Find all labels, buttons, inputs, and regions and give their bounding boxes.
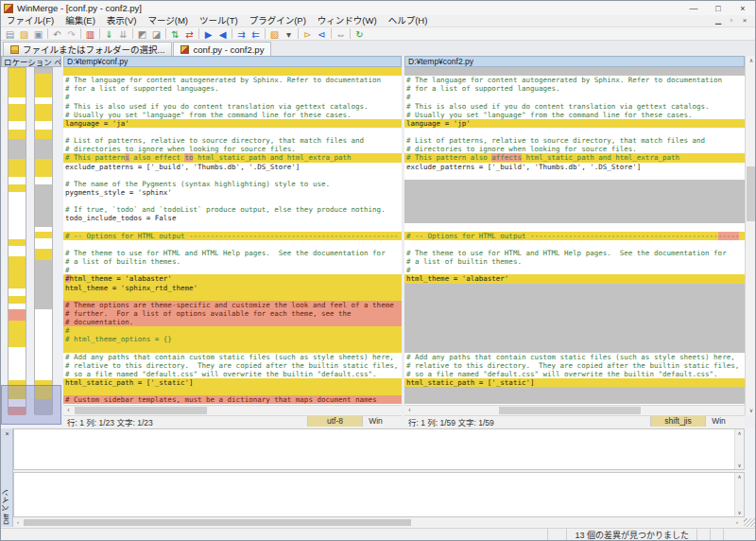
prev-diff-icon[interactable]: ◀ — [215, 27, 230, 40]
close-button[interactable]: × — [730, 2, 755, 15]
code-line: # The theme to use for HTML and HTML Hel… — [404, 249, 745, 257]
app-icon — [4, 4, 13, 13]
scroll-down-icon[interactable]: ∨ — [735, 462, 744, 469]
code-line — [63, 197, 402, 205]
menu-item-1[interactable]: ファイル(F) — [1, 15, 60, 26]
location-bar-segment — [9, 130, 26, 139]
left-pane-status-bar: 行: 1 列: 1/23 文字: 1/23 utf-8 Win — [63, 415, 402, 427]
code-line: # The theme to use for HTML and HTML Hel… — [63, 249, 402, 257]
scroll-up-icon[interactable]: ∧ — [746, 56, 756, 65]
location-bar-left[interactable] — [8, 67, 26, 414]
left-horizontal-scrollbar[interactable]: ‹ — [63, 405, 402, 415]
menu-item-7[interactable]: ウィンドウ(W) — [312, 15, 383, 26]
location-bar-segment — [35, 177, 52, 184]
menu-item-2[interactable]: 編集(E) — [60, 15, 101, 26]
compare-area: ロケーション ペイン × D:¥temp¥conf.py # The langu… — [1, 56, 756, 427]
menu-item-6[interactable]: プラグイン(P) — [244, 15, 312, 26]
menu-item-3[interactable]: 表示(V) — [101, 15, 143, 26]
left-code-area[interactable]: # The language for content autogenerated… — [63, 67, 402, 405]
new-file-icon[interactable]: ▤ — [3, 27, 17, 40]
diff-content-top[interactable]: ∧ ∨ — [13, 428, 745, 470]
winmerge-doc-icon — [180, 45, 189, 54]
diff-bottom-scrollbar[interactable]: ∧ ∨ — [734, 473, 744, 516]
viewport-indicator[interactable] — [1, 385, 61, 425]
tab-file-compare[interactable]: conf.py - conf2.py — [173, 42, 271, 56]
diff-pane-close-icon[interactable]: × — [2, 429, 12, 439]
encoding-badge[interactable]: utf-8 — [307, 416, 362, 427]
swap-panes-icon[interactable]: ⇔ — [334, 27, 348, 40]
select-right-icon[interactable]: ◪ — [149, 27, 163, 40]
right-code-area[interactable]: # The language for content autogenerated… — [404, 67, 745, 405]
code-line: # This patterns also effect to html_stat… — [63, 153, 402, 162]
scroll-left-icon[interactable]: ‹ — [63, 406, 74, 415]
scrollbar-thumb[interactable] — [75, 407, 207, 414]
menu-item-8[interactable]: ヘルプ(H) — [383, 15, 434, 26]
merge-mode-icon[interactable]: ⇄ — [182, 27, 197, 40]
code-line: # Add any paths that contain custom stat… — [63, 353, 402, 361]
plugin-menu-icon[interactable]: ▾ — [282, 27, 296, 40]
scroll-down-icon[interactable]: ∨ — [735, 509, 744, 516]
copy-right-icon[interactable]: ⊳ — [301, 27, 315, 40]
save-icon[interactable]: ▣ — [31, 27, 45, 40]
code-line — [404, 387, 745, 395]
options-icon[interactable]: ▥ — [83, 27, 97, 40]
undo-icon[interactable]: ↶ — [50, 27, 64, 40]
refresh-files-icon[interactable]: ⇓ — [102, 27, 116, 40]
scrollbar-thumb[interactable] — [24, 519, 411, 526]
scroll-up-icon[interactable]: ∧ — [735, 473, 744, 480]
mdi-restore-button[interactable]: ▫ — [725, 15, 738, 26]
menu-item-5[interactable]: ツール(T) — [194, 15, 244, 26]
scrollbar-thumb[interactable] — [747, 166, 756, 221]
eol-badge[interactable]: Win — [362, 416, 388, 427]
code-line — [404, 180, 745, 188]
encoding-badge[interactable]: shift_jis — [650, 416, 705, 427]
code-line — [404, 171, 745, 180]
menu-item-4[interactable]: マージ(M) — [142, 15, 194, 26]
maximize-button[interactable]: □ — [706, 2, 730, 15]
diff-pane-tab[interactable]: × Diff ペイン — [1, 428, 13, 527]
scroll-left-icon[interactable]: ‹ — [13, 518, 23, 527]
code-line: # The language for content autogenerated… — [63, 76, 402, 84]
eol-badge[interactable]: Win — [705, 416, 731, 427]
right-pane-status-bar: 行: 1 列: 1/59 文字: 1/59 shift_jis Win — [404, 415, 745, 427]
first-diff-icon[interactable]: ⇇ — [249, 27, 263, 40]
select-left-icon[interactable]: ◩ — [135, 27, 149, 40]
mdi-minimize-button[interactable]: ▁ — [712, 15, 725, 26]
code-line — [63, 344, 402, 353]
cursor-position: 行: 1 列: 1/23 文字: 1/23 — [63, 416, 153, 428]
scroll-up-icon[interactable]: ∧ — [735, 429, 744, 437]
location-bar-segment — [35, 159, 52, 177]
open-icon[interactable]: ▨ — [17, 27, 31, 40]
scroll-left-icon[interactable]: ‹ — [404, 406, 415, 415]
right-horizontal-scrollbar[interactable]: ‹ — [404, 405, 745, 415]
code-line — [404, 309, 745, 318]
copy-left-icon[interactable]: ⊲ — [315, 27, 329, 40]
tab-folder-selection[interactable]: ファイルまたはフォルダーの選択... — [3, 42, 172, 56]
scrollbar-thumb[interactable] — [499, 407, 641, 414]
refresh-all-icon[interactable]: ↻ — [352, 27, 367, 40]
redo-icon[interactable]: ↷ — [64, 27, 78, 40]
last-diff-icon[interactable]: ⇉ — [234, 27, 249, 40]
code-line — [404, 223, 745, 232]
plugin-icon[interactable]: ▧ — [267, 27, 282, 40]
minimize-button[interactable]: — — [681, 2, 706, 15]
toolbar-separator — [99, 28, 100, 39]
rescan-icon[interactable]: ⇊ — [116, 27, 130, 40]
location-bar-segment — [9, 121, 26, 130]
resize-grip[interactable] — [744, 518, 756, 527]
location-bar-right[interactable] — [34, 67, 53, 414]
diff-content-bottom[interactable]: ∧ ∨ — [13, 472, 745, 517]
diff-horizontal-scrollbar[interactable]: ‹ › — [13, 518, 756, 527]
code-line: language = 'jp' — [404, 119, 745, 128]
mdi-close-button[interactable]: × — [738, 15, 751, 26]
diff-top-scrollbar[interactable]: ∧ ∨ — [734, 429, 744, 469]
scroll-right-icon[interactable]: › — [732, 518, 742, 527]
diff-pane-label: Diff ペイン — [1, 489, 13, 525]
next-diff-icon[interactable]: ▶ — [201, 27, 215, 40]
toolbar-separator — [265, 28, 266, 39]
compare-icon[interactable]: ⇅ — [168, 27, 182, 40]
vertical-scrollbar[interactable]: ∧ ∨ — [745, 56, 756, 415]
scroll-down-icon[interactable]: ∨ — [746, 406, 756, 415]
location-bar-segment — [35, 139, 52, 159]
toolbar-separator — [331, 28, 332, 39]
